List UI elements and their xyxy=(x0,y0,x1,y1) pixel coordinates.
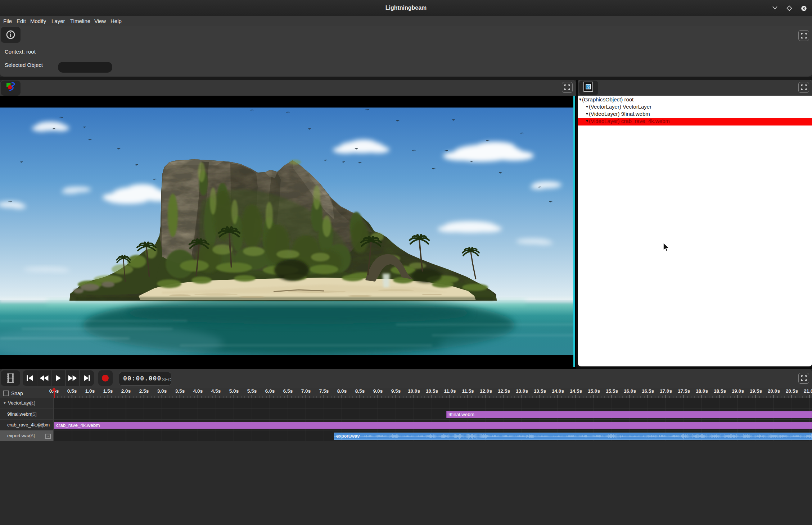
svg-text:?: ? xyxy=(587,85,590,89)
